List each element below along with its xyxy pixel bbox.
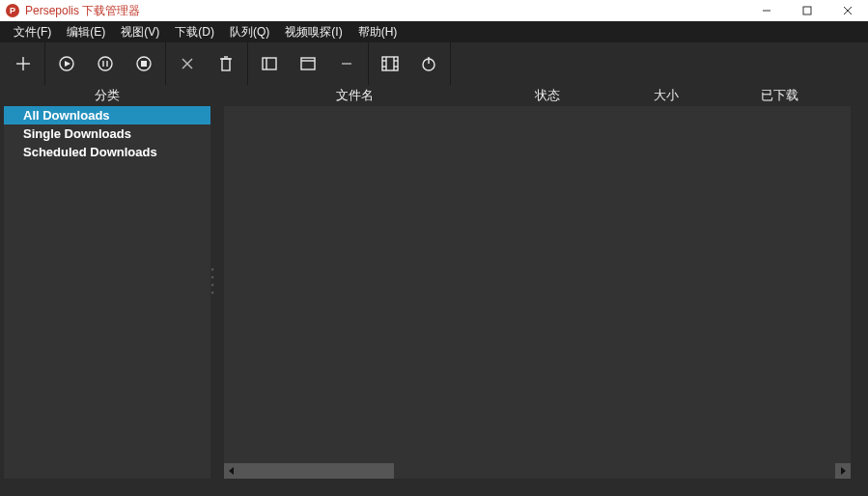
delete-button[interactable] (207, 42, 245, 85)
splitter[interactable]: ●●●● (210, 85, 214, 479)
maximize-button[interactable] (787, 0, 827, 21)
trash-icon (218, 55, 234, 72)
menu-sniffer[interactable]: 视频嗅探(I) (277, 22, 350, 42)
play-icon (58, 55, 75, 72)
main-panel: 文件名 状态 大小 已下载 (224, 85, 851, 479)
properties-button[interactable] (250, 42, 289, 85)
minus-icon (340, 57, 353, 70)
window-icon (300, 56, 316, 71)
plus-icon (14, 55, 32, 72)
menu-bar: 文件(F) 编辑(E) 视图(V) 下载(D) 队列(Q) 视频嗅探(I) 帮助… (0, 21, 868, 42)
pause-button[interactable] (86, 42, 125, 85)
svg-rect-16 (222, 59, 230, 70)
svg-marker-33 (841, 467, 846, 475)
window-title: Persepolis 下载管理器 (25, 3, 140, 19)
resume-button[interactable] (47, 42, 86, 85)
remove-button[interactable] (168, 42, 207, 85)
shutdown-button[interactable] (409, 42, 448, 85)
col-filename[interactable]: 文件名 (224, 87, 485, 104)
menu-queue[interactable]: 队列(Q) (222, 22, 277, 42)
svg-rect-12 (141, 61, 147, 67)
menu-help[interactable]: 帮助(H) (350, 22, 406, 42)
stop-icon (135, 55, 153, 72)
svg-rect-20 (301, 58, 315, 69)
close-button[interactable] (827, 0, 868, 21)
download-table[interactable] (224, 106, 851, 463)
toolbar (0, 42, 868, 85)
scroll-thumb[interactable] (239, 463, 394, 479)
svg-point-8 (98, 57, 112, 70)
scroll-track[interactable] (239, 463, 835, 479)
horizontal-scrollbar[interactable] (224, 463, 851, 479)
svg-marker-7 (65, 61, 70, 67)
content-area: 分类 All Downloads Single Downloads Schedu… (0, 85, 868, 496)
menu-file[interactable]: 文件(F) (6, 22, 59, 42)
sidebar: 分类 All Downloads Single Downloads Schedu… (4, 85, 210, 479)
x-icon (181, 57, 194, 70)
panel-left-icon (262, 56, 277, 71)
minimize-button[interactable] (746, 0, 787, 21)
svg-marker-32 (229, 467, 234, 475)
scroll-left-button[interactable] (224, 463, 239, 479)
minimize-tray-button[interactable] (327, 42, 366, 85)
category-all-downloads[interactable]: All Downloads (4, 106, 210, 124)
stop-button[interactable] (125, 42, 163, 85)
scroll-right-button[interactable] (835, 463, 851, 479)
col-status[interactable]: 状态 (485, 87, 610, 104)
svg-rect-23 (382, 57, 398, 70)
power-icon (420, 55, 437, 72)
category-single-downloads[interactable]: Single Downloads (4, 124, 210, 143)
menu-view[interactable]: 视图(V) (113, 22, 167, 42)
col-size[interactable]: 大小 (610, 87, 721, 104)
window-controls (746, 0, 868, 21)
table-header: 文件名 状态 大小 已下载 (224, 85, 851, 106)
pause-icon (97, 55, 114, 72)
category-list[interactable]: All Downloads Single Downloads Scheduled… (4, 106, 210, 479)
svg-rect-1 (803, 7, 811, 14)
app-icon: P (6, 4, 19, 17)
svg-rect-18 (263, 58, 276, 69)
title-bar: P Persepolis 下载管理器 (0, 0, 868, 21)
add-button[interactable] (4, 42, 42, 85)
sidebar-header: 分类 (4, 85, 210, 106)
film-icon (381, 56, 399, 71)
col-downloaded[interactable]: 已下载 (721, 87, 837, 104)
menu-download[interactable]: 下载(D) (167, 22, 222, 42)
menu-edit[interactable]: 编辑(E) (59, 22, 113, 42)
video-finder-button[interactable] (371, 42, 409, 85)
category-scheduled-downloads[interactable]: Scheduled Downloads (4, 143, 210, 161)
progress-button[interactable] (289, 42, 327, 85)
